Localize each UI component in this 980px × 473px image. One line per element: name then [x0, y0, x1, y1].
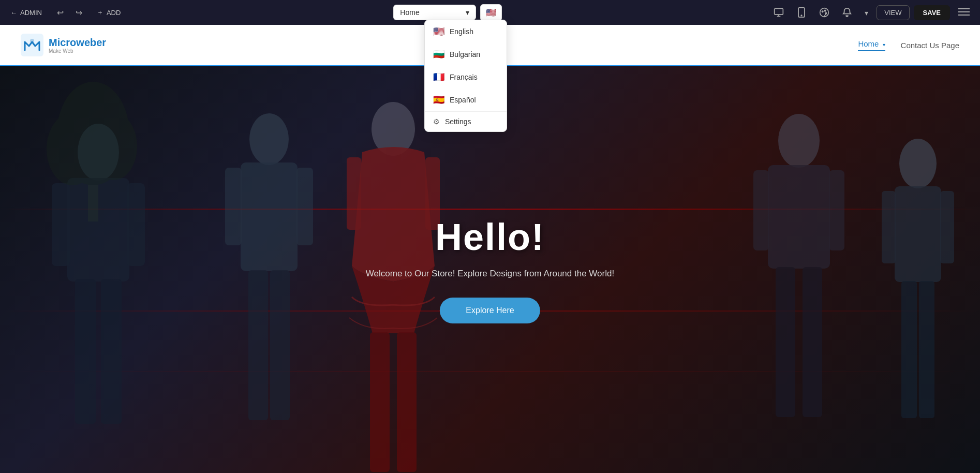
- hero-subtitle: Welcome to Our Store! Explore Designs fr…: [366, 269, 614, 279]
- hero-cta-button[interactable]: Explore Here: [440, 298, 540, 323]
- svg-rect-33: [753, 170, 769, 250]
- svg-point-31: [778, 114, 820, 168]
- redo-button[interactable]: ↪: [71, 4, 87, 21]
- french-label: Français: [450, 73, 478, 81]
- spanish-label: Español: [450, 96, 476, 104]
- desktop-icon: [774, 7, 784, 18]
- save-button[interactable]: SAVE: [914, 5, 950, 20]
- chevron-down-icon: ▾: [466, 8, 469, 17]
- logo-name: Microweber: [49, 37, 106, 48]
- svg-rect-19: [101, 279, 122, 424]
- nav-contact[interactable]: Contact Us Page: [901, 41, 959, 50]
- more-options-button[interactable]: ▾: [860, 5, 872, 20]
- spanish-flag: 🇪🇸: [433, 94, 444, 106]
- language-dropdown: 🇺🇸 English 🇧🇬 Bulgarian 🇫🇷 Français 🇪🇸 E…: [424, 20, 507, 132]
- svg-rect-38: [895, 186, 941, 282]
- lang-item-english[interactable]: 🇺🇸 English: [425, 20, 507, 43]
- admin-right: ▾ VIEW SAVE: [769, 3, 974, 22]
- lang-item-french[interactable]: 🇫🇷 Français: [425, 66, 507, 88]
- lang-item-bulgarian[interactable]: 🇧🇬 Bulgarian: [425, 43, 507, 66]
- svg-rect-21: [241, 162, 298, 271]
- hero-title: Hello!: [366, 216, 614, 258]
- page-selector[interactable]: Home ▾: [393, 5, 476, 20]
- svg-point-46: [91, 113, 137, 180]
- svg-rect-34: [829, 170, 844, 250]
- svg-point-13: [30, 39, 34, 43]
- theme-button[interactable]: [815, 3, 834, 22]
- undo-redo-group: ↩ ↪: [52, 4, 87, 21]
- settings-label: Settings: [445, 117, 471, 126]
- svg-rect-35: [776, 267, 795, 417]
- svg-rect-22: [225, 168, 242, 245]
- svg-point-45: [47, 113, 98, 185]
- mannequin-far-right: [866, 137, 970, 473]
- logo-tagline: Make Web: [49, 48, 106, 54]
- settings-item[interactable]: ⚙ Settings: [425, 111, 507, 131]
- svg-rect-24: [248, 270, 268, 420]
- tree-silhouette: [41, 66, 145, 221]
- view-button[interactable]: VIEW: [877, 5, 909, 20]
- svg-rect-39: [882, 191, 896, 263]
- hero-content: Hello! Welcome to Our Store! Explore Des…: [366, 216, 614, 323]
- menu-button[interactable]: [954, 5, 974, 21]
- undo-button[interactable]: ↩: [52, 4, 69, 21]
- english-flag: 🇺🇸: [433, 26, 444, 37]
- english-label: English: [450, 27, 473, 36]
- logo-text: Microweber Make Web: [49, 37, 106, 54]
- notifications-button[interactable]: [838, 3, 856, 22]
- settings-gear-icon: ⚙: [433, 117, 440, 126]
- svg-rect-42: [919, 281, 934, 418]
- svg-rect-36: [803, 267, 822, 417]
- bulgarian-label: Bulgarian: [450, 50, 480, 58]
- logo-icon: [21, 34, 43, 56]
- svg-rect-27: [347, 157, 361, 230]
- back-arrow-icon: ←: [10, 9, 17, 17]
- chevron-down-icon: ▾: [865, 9, 868, 17]
- hamburger-icon: [958, 8, 970, 16]
- plus-icon: ＋: [97, 8, 103, 17]
- mannequin-center-left: [207, 111, 331, 473]
- site-nav: Home ▾ Contact Us Page: [858, 39, 959, 51]
- desktop-view-button[interactable]: [769, 3, 788, 22]
- nav-home-arrow: ▾: [883, 42, 885, 48]
- svg-rect-25: [270, 270, 290, 420]
- svg-point-37: [899, 139, 937, 188]
- svg-rect-30: [397, 332, 417, 472]
- lang-item-spanish[interactable]: 🇪🇸 Español: [425, 88, 507, 111]
- mannequin-right: [732, 111, 866, 473]
- svg-point-20: [249, 113, 289, 165]
- svg-rect-32: [768, 165, 830, 269]
- svg-rect-0: [775, 9, 783, 15]
- bulgarian-flag: 🇧🇬: [433, 49, 444, 60]
- logo-area: Microweber Make Web: [21, 34, 106, 56]
- admin-center: Home ▾ 🇺🇸: [130, 4, 765, 21]
- admin-label: ADMIN: [20, 9, 42, 17]
- svg-rect-29: [370, 332, 390, 472]
- svg-point-6: [822, 11, 824, 12]
- svg-rect-23: [296, 168, 313, 245]
- mobile-icon: [797, 7, 806, 18]
- svg-rect-40: [940, 191, 954, 263]
- mobile-view-button[interactable]: [792, 3, 811, 22]
- add-button[interactable]: ＋ ADD: [92, 6, 126, 19]
- palette-icon: [819, 7, 829, 18]
- language-flag-button[interactable]: 🇺🇸: [480, 4, 502, 21]
- nav-home[interactable]: Home ▾: [858, 39, 885, 51]
- svg-point-4: [801, 15, 802, 16]
- svg-rect-41: [901, 281, 917, 418]
- admin-back-button[interactable]: ← ADMIN: [6, 7, 46, 19]
- us-flag-icon: 🇺🇸: [486, 8, 496, 18]
- page-selector-value: Home: [400, 8, 419, 17]
- bell-icon: [842, 7, 852, 18]
- french-flag: 🇫🇷: [433, 71, 444, 83]
- svg-point-7: [825, 10, 826, 11]
- svg-rect-18: [75, 279, 96, 424]
